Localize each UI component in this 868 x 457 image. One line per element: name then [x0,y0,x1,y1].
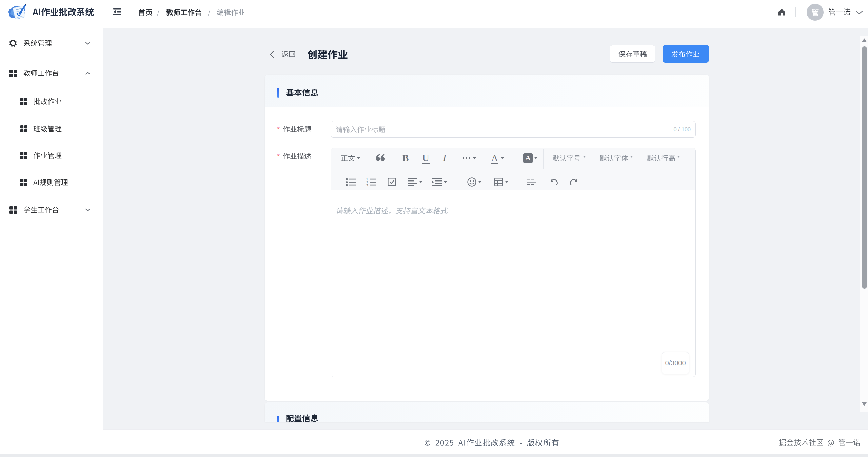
svg-text:3: 3 [366,184,368,186]
